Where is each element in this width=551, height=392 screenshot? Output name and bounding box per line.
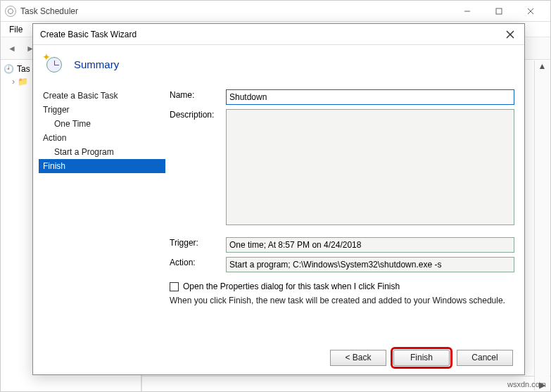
step-finish[interactable]: Finish [39, 159, 165, 173]
wizard-steps: Create a Basic Task Trigger One Time Act… [39, 87, 165, 341]
open-properties-row[interactable]: Open the Properties dialog for this task… [170, 282, 514, 291]
watermark: wsxdn.com [507, 380, 546, 388]
trigger-value: One time; At 8:57 PM on 4/24/2018 [226, 237, 514, 253]
name-input[interactable] [226, 89, 514, 105]
trigger-label: Trigger: [170, 238, 198, 248]
svg-rect-1 [496, 8, 502, 14]
step-create-basic-task[interactable]: Create a Basic Task [39, 89, 165, 103]
cancel-button[interactable]: Cancel [457, 350, 513, 366]
step-action[interactable]: Action [39, 131, 165, 145]
task-scheduler-window: Task Scheduler File ◄ ► 🕘 Tas › 📁 ◀ [0, 0, 551, 392]
close-button[interactable] [514, 1, 546, 21]
back-button[interactable]: < Back [330, 350, 386, 366]
dialog-titlebar: Create Basic Task Wizard [33, 24, 524, 45]
finish-hint: When you click Finish, the new task will… [170, 296, 514, 305]
dialog-heading: Summary [74, 58, 119, 70]
step-one-time[interactable]: One Time [39, 117, 165, 131]
description-label: Description: [170, 110, 214, 120]
minimize-button[interactable] [451, 1, 483, 21]
action-label: Action: [170, 258, 196, 267]
description-input[interactable] [226, 109, 514, 225]
scroll-area: ◀ [142, 376, 550, 391]
create-basic-task-wizard: Create Basic Task Wizard ✦ Summary Creat… [32, 23, 525, 375]
dialog-title: Create Basic Task Wizard [40, 30, 137, 39]
app-icon [5, 6, 16, 17]
folder-icon: 📁 [18, 77, 28, 87]
back-button[interactable]: ◄ [4, 40, 20, 57]
menu-file[interactable]: File [5, 25, 27, 34]
far-right-strip: ▲ ▶ [534, 61, 550, 391]
name-label: Name: [170, 90, 194, 100]
scroll-up-icon[interactable]: ▲ [537, 61, 548, 72]
main-titlebar: Task Scheduler [1, 1, 550, 22]
chevron-right-icon: › [12, 77, 15, 87]
finish-button[interactable]: Finish [393, 350, 450, 366]
wizard-icon: ✦ [44, 55, 64, 73]
clock-icon: 🕘 [4, 64, 14, 74]
wizard-content: Name: Description: Trigger: One time; At… [165, 87, 519, 341]
step-trigger[interactable]: Trigger [39, 103, 165, 117]
dialog-footer: < Back Finish Cancel [33, 341, 524, 374]
dialog-header: ✦ Summary [33, 45, 524, 87]
action-value: Start a program; C:\Windows\System32\shu… [226, 257, 514, 272]
tree-root-label: Tas [17, 64, 30, 74]
open-properties-label: Open the Properties dialog for this task… [183, 282, 400, 291]
window-title: Task Scheduler [20, 6, 78, 16]
open-properties-checkbox[interactable] [170, 282, 179, 291]
dialog-close-button[interactable] [503, 27, 517, 42]
maximize-button[interactable] [483, 1, 514, 21]
step-start-program[interactable]: Start a Program [39, 145, 165, 159]
